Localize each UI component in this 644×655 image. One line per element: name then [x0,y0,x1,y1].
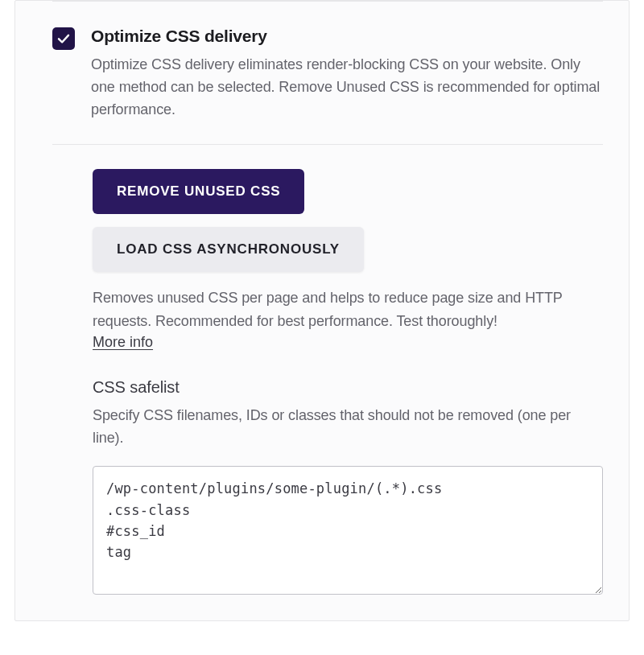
button-row-2: LOAD CSS ASYNCHRONOUSLY [93,227,603,272]
load-css-async-button[interactable]: LOAD CSS ASYNCHRONOUSLY [93,227,364,272]
more-info-link[interactable]: More info [93,334,153,351]
section-header: Optimize CSS delivery Optimize CSS deliv… [15,2,629,122]
section-body: REMOVE UNUSED CSS LOAD CSS ASYNCHRONOUSL… [15,145,629,620]
optimize-css-checkbox[interactable] [52,27,75,50]
section-title: Optimize CSS delivery [91,26,603,46]
section-header-text: Optimize CSS delivery Optimize CSS deliv… [91,26,603,122]
css-safelist-help: Specify CSS filenames, IDs or classes th… [93,405,603,450]
remove-unused-css-button[interactable]: REMOVE UNUSED CSS [93,169,304,214]
optimize-css-panel: Optimize CSS delivery Optimize CSS deliv… [14,0,630,621]
section-description: Optimize CSS delivery eliminates render-… [91,54,603,122]
css-safelist-title: CSS safelist [93,378,603,397]
check-icon [56,31,71,46]
remove-unused-description: Removes unused CSS per page and helps to… [93,286,603,333]
css-safelist-textarea[interactable] [93,466,603,595]
button-row-1: REMOVE UNUSED CSS [93,169,603,214]
